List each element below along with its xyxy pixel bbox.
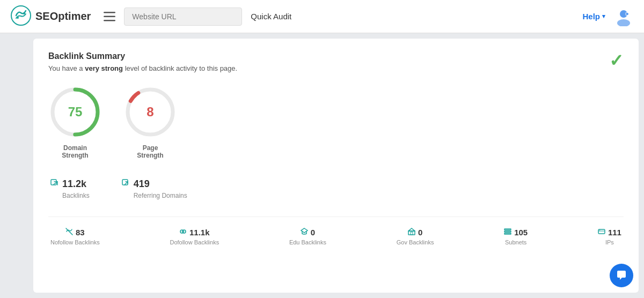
subnets-label: Subnets: [505, 239, 526, 245]
nofollow-icon: [65, 228, 73, 237]
help-chevron-icon: ▾: [602, 13, 605, 20]
svg-rect-3: [104, 12, 115, 13]
stats-row: 11.2k Backlinks 419: [48, 178, 624, 199]
backlinks-stat: 11.2k Backlinks: [50, 178, 90, 199]
gov-label: Gov Backlinks: [397, 239, 434, 245]
bottom-stats: 83 Nofollow Backlinks: [48, 217, 624, 245]
success-checkmark: ✓: [609, 50, 624, 71]
svg-rect-25: [504, 231, 511, 232]
section-title: Backlink Summary: [48, 51, 624, 61]
referring-domains-icon: [122, 179, 130, 190]
backlinks-value: 11.2k: [62, 178, 86, 190]
url-input[interactable]: [124, 8, 242, 26]
nofollow-stat: 83 Nofollow Backlinks: [50, 228, 100, 245]
logo-text: SEOptimer: [35, 10, 91, 23]
svg-point-1: [17, 17, 19, 19]
svg-point-2: [23, 12, 25, 14]
page-strength-label: PageStrength: [137, 144, 163, 159]
gov-icon: [408, 228, 415, 237]
svg-rect-4: [104, 16, 115, 17]
dofollow-icon: [179, 228, 187, 237]
nofollow-label: Nofollow Backlinks: [50, 239, 100, 245]
dofollow-value: 11.1k: [189, 228, 210, 237]
domain-strength-value: 75: [68, 105, 83, 120]
referring-domains-stat-header: 419: [122, 178, 150, 190]
backlink-summary-card: ✓ Backlink Summary You have a very stron…: [33, 39, 639, 293]
domain-strength-circle: 75: [48, 85, 102, 139]
page-strength-value: 8: [147, 105, 153, 120]
circles-row: 75 DomainStrength 8 PageStrength: [48, 85, 624, 159]
edu-label: Edu Backlinks: [289, 239, 326, 245]
referring-domains-stat: 419 Referring Domains: [122, 178, 187, 199]
ips-label: IPs: [605, 239, 614, 245]
ips-stat: 111 IPs: [598, 228, 621, 245]
svg-rect-27: [598, 229, 605, 234]
section-subtitle: You have a very strong level of backlink…: [48, 64, 624, 72]
ips-value: 111: [608, 228, 621, 237]
dofollow-label: Dofollow Backlinks: [170, 239, 219, 245]
logo-icon: [11, 5, 31, 28]
domain-strength-item: 75 DomainStrength: [48, 85, 102, 159]
sidebar: [0, 33, 33, 298]
hamburger-menu[interactable]: [104, 12, 115, 21]
user-avatar[interactable]: [614, 7, 633, 26]
main-layout: ✓ Backlink Summary You have a very stron…: [0, 33, 644, 298]
referring-domains-value: 419: [134, 178, 150, 190]
nofollow-value: 83: [76, 228, 85, 237]
subnets-header: 105: [504, 228, 528, 237]
help-label: Help: [582, 12, 600, 21]
gov-stat: 0 Gov Backlinks: [397, 228, 434, 245]
svg-point-9: [626, 13, 628, 15]
dofollow-stat: 11.1k Dofollow Backlinks: [170, 228, 219, 245]
gov-header: 0: [408, 228, 422, 237]
svg-rect-5: [104, 20, 115, 21]
gov-value: 0: [418, 228, 422, 237]
ips-header: 111: [598, 228, 621, 237]
edu-icon: [301, 228, 308, 237]
backlinks-stat-header: 11.2k: [50, 178, 86, 190]
chat-bubble[interactable]: [610, 264, 633, 287]
domain-strength-label: DomainStrength: [62, 144, 88, 159]
page-strength-circle: 8: [123, 85, 177, 139]
header: SEOptimer Quick Audit Help ▾: [0, 0, 644, 33]
dofollow-header: 11.1k: [179, 228, 210, 237]
edu-stat: 0 Edu Backlinks: [289, 228, 326, 245]
subnets-icon: [504, 228, 511, 237]
subtitle-post: level of backlink activity to this page.: [123, 64, 237, 72]
help-button[interactable]: Help ▾: [582, 12, 605, 21]
svg-point-7: [617, 19, 630, 26]
svg-rect-24: [504, 229, 511, 230]
referring-domains-label: Referring Domains: [122, 192, 187, 199]
quick-audit-button[interactable]: Quick Audit: [251, 12, 291, 21]
backlinks-label: Backlinks: [50, 192, 90, 199]
backlinks-icon: [50, 179, 59, 190]
svg-rect-26: [504, 233, 511, 234]
page-strength-item: 8 PageStrength: [123, 85, 177, 159]
edu-header: 0: [301, 228, 315, 237]
edu-value: 0: [311, 228, 315, 237]
svg-point-29: [599, 230, 600, 230]
ips-icon: [598, 228, 605, 237]
subtitle-emphasis: very strong: [85, 64, 123, 72]
subnets-value: 105: [514, 228, 528, 237]
subtitle-pre: You have a: [48, 64, 85, 72]
svg-marker-22: [408, 228, 415, 231]
subnets-stat: 105 Subnets: [504, 228, 528, 245]
nofollow-header: 83: [65, 228, 85, 237]
svg-rect-21: [408, 231, 415, 235]
content-wrapper: ✓ Backlink Summary You have a very stron…: [33, 33, 644, 298]
logo-area: SEOptimer: [11, 5, 91, 28]
